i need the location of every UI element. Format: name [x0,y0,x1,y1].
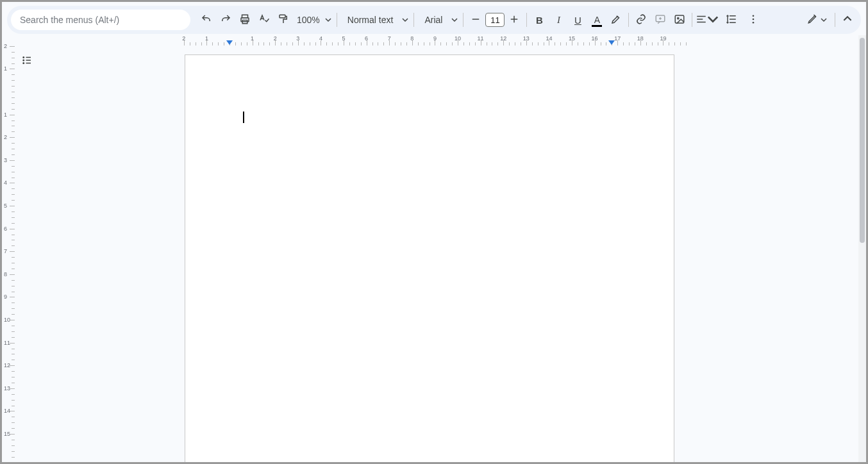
spellcheck-icon [258,13,270,27]
ruler-number: 8 [4,271,7,278]
bold-button[interactable]: B [530,10,549,29]
ruler-number: 7 [4,248,7,254]
separator [337,13,337,27]
right-indent-marker[interactable] [608,40,615,45]
spellcheck-button[interactable] [255,10,274,29]
minus-icon [470,13,481,27]
svg-point-6 [678,17,679,19]
svg-point-12 [23,63,24,64]
insert-link-button[interactable] [631,10,651,29]
more-toolbar-button[interactable] [744,10,763,29]
underline-icon: U [574,15,581,26]
left-indent-marker[interactable] [226,40,233,45]
ruler-number: 3 [4,157,7,163]
image-icon [674,13,685,27]
ruler-number: 2 [4,134,7,140]
svg-point-11 [23,60,24,61]
app-frame: 100% Normal text Arial B I U [2,2,866,462]
italic-button[interactable]: I [549,10,568,29]
editing-icon [807,13,819,27]
caret-down-icon [402,14,408,26]
ruler-number: 9 [4,294,7,300]
caret-down-icon [821,14,827,26]
svg-rect-3 [280,15,285,18]
work-area: 2112345678910111213141516171819 21123456… [2,35,866,462]
ruler-number: 1 [4,112,7,118]
separator [463,13,463,27]
svg-point-9 [753,21,755,23]
separator [835,13,835,27]
bold-icon: B [536,15,543,26]
font-family-dropdown[interactable]: Arial [417,15,449,25]
paint-format-button[interactable] [274,10,293,29]
text-color-button[interactable]: A [587,10,606,29]
more-icon [747,13,759,27]
menu-search-wrap[interactable] [11,10,190,30]
align-dropdown[interactable] [695,10,719,29]
vertical-scrollbar[interactable] [858,35,866,462]
textcolor-icon: A [594,15,600,25]
document-canvas[interactable] [15,46,866,462]
vertical-scrollbar-thumb[interactable] [860,38,865,243]
separator [526,13,527,27]
chevron-up-icon [843,14,852,26]
outline-icon [21,54,33,69]
svg-point-7 [753,15,755,17]
separator [692,13,692,27]
plus-icon [508,13,520,27]
ruler-number: 2 [4,43,7,49]
text-cursor [243,112,244,123]
show-outline-button[interactable] [17,52,37,71]
separator [413,13,414,27]
paragraph-style-dropdown[interactable]: Normal text [340,15,400,25]
vertical-ruler[interactable]: 21123456789101112131415 [2,46,15,462]
print-button[interactable] [235,10,255,29]
caret-down-icon [325,14,331,26]
insert-image-button[interactable] [670,10,689,29]
print-icon [239,13,251,27]
add-comment-button[interactable] [651,10,670,29]
svg-point-10 [23,57,24,58]
menu-search-input[interactable] [20,15,181,25]
underline-button[interactable]: U [568,10,587,29]
zoom-caret[interactable] [322,14,334,26]
main-toolbar: 100% Normal text Arial B I U [7,6,861,34]
horizontal-ruler[interactable]: 2112345678910111213141516171819 [15,35,861,46]
caret-down-icon [707,13,719,27]
comment-icon [655,13,666,27]
italic-icon: I [557,15,560,26]
svg-rect-5 [676,15,685,23]
undo-button[interactable] [197,10,216,29]
document-page[interactable] [185,54,674,462]
font-size-decrease-button[interactable] [466,10,485,29]
redo-icon [220,13,231,27]
paragraph-style-caret[interactable] [399,14,411,26]
separator [628,13,629,27]
text-color-swatch [592,25,602,27]
editing-mode-dropdown[interactable] [801,10,832,29]
link-icon [635,13,647,27]
font-size-input[interactable] [485,13,505,27]
highlight-color-button[interactable] [606,10,626,29]
zoom-dropdown[interactable]: 100% [293,15,322,25]
ruler-number: 5 [4,203,7,209]
hide-menus-button[interactable] [838,10,857,29]
redo-button[interactable] [216,10,235,29]
ruler-number: 4 [4,179,7,186]
ruler-number: 1 [4,65,7,72]
align-icon [696,13,707,27]
undo-icon [201,13,212,27]
paintformat-icon [278,13,289,27]
ruler-number: 6 [4,226,7,232]
linespacing-icon [726,13,737,27]
font-family-caret[interactable] [449,14,460,26]
font-size-increase-button[interactable] [505,10,524,29]
line-spacing-dropdown[interactable] [719,10,744,29]
caret-down-icon [451,14,458,26]
svg-point-8 [753,18,755,20]
highlight-icon [610,13,622,27]
